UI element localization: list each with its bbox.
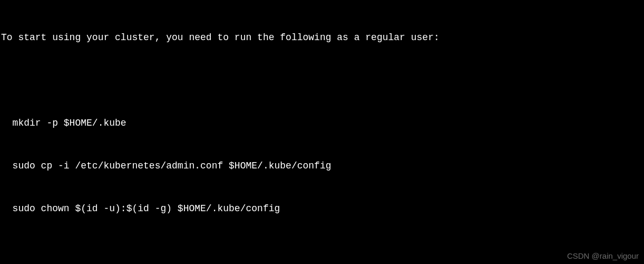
terminal-line: mkdir -p $HOME/.kube bbox=[1, 116, 643, 130]
terminal-line bbox=[1, 73, 643, 88]
terminal-line: sudo cp -i /etc/kubernetes/admin.conf $H… bbox=[1, 159, 643, 173]
terminal-line: To start using your cluster, you need to… bbox=[1, 31, 643, 45]
terminal-line bbox=[1, 244, 643, 259]
terminal-output: To start using your cluster, you need to… bbox=[0, 0, 644, 264]
watermark-text: CSDN @rain_vigour bbox=[567, 250, 639, 262]
terminal-line: sudo chown $(id -u):$(id -g) $HOME/.kube… bbox=[1, 202, 643, 216]
